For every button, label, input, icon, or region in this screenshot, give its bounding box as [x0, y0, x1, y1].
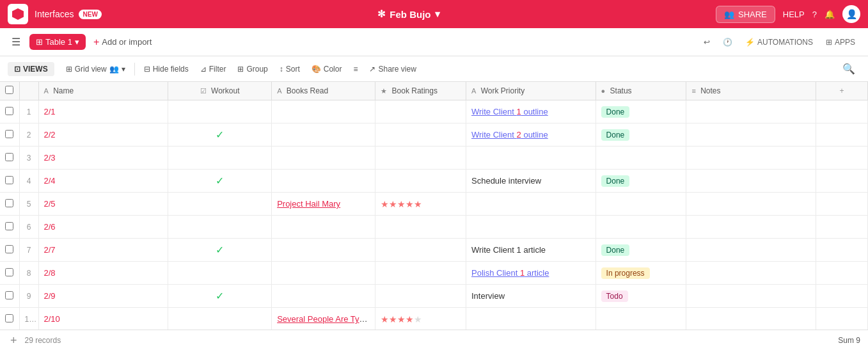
cell-notes[interactable] — [686, 170, 816, 193]
cell-status[interactable] — [596, 216, 686, 239]
cell-name[interactable]: 2/9 — [38, 285, 168, 308]
cell-work-priority[interactable]: Interview — [466, 285, 596, 308]
cell-books-read[interactable] — [272, 239, 375, 262]
cell-work-priority[interactable]: Write Client 2 outline — [466, 123, 596, 147]
cell-status[interactable]: Done — [596, 239, 686, 262]
cell-book-ratings[interactable]: ★★★★★ — [375, 308, 466, 330]
cell-books-read[interactable] — [272, 100, 375, 123]
add-row-button[interactable]: + — [8, 335, 20, 346]
cell-work-priority[interactable]: Polish Client 1 article — [466, 262, 596, 285]
table-selector-button[interactable]: ⊞ Table 1 ▾ — [29, 34, 86, 50]
column-header-status[interactable]: ● Status — [596, 82, 686, 100]
cell-status[interactable]: Done — [596, 123, 686, 147]
views-button[interactable]: ⊡ VIEWS — [8, 62, 54, 76]
row-checkbox[interactable] — [0, 123, 19, 147]
cell-workout[interactable] — [168, 308, 272, 330]
row-checkbox[interactable] — [0, 147, 19, 170]
column-header-work-priority[interactable]: A Work Priority — [466, 82, 596, 100]
share-button[interactable]: 👥 SHARE — [716, 6, 775, 23]
cell-work-priority[interactable]: Write Client 1 outline — [466, 100, 596, 123]
name-link[interactable]: 2/5 — [44, 199, 56, 209]
cell-name[interactable]: 2/1 — [38, 100, 168, 123]
app-logo[interactable] — [8, 4, 28, 24]
name-link[interactable]: 2/1 — [44, 107, 56, 116]
cell-name[interactable]: 2/4 — [38, 170, 168, 193]
row-checkbox[interactable] — [0, 262, 19, 285]
name-link[interactable]: 2/6 — [44, 222, 56, 232]
cell-status[interactable] — [596, 308, 686, 330]
name-link[interactable]: 2/4 — [44, 176, 56, 186]
cell-workout[interactable] — [168, 193, 272, 216]
work-priority-link[interactable]: Write Client 1 outline — [471, 107, 548, 116]
undo-button[interactable]: ↩ — [698, 35, 715, 50]
cell-name[interactable]: 2/10 — [38, 308, 168, 330]
notifications-icon[interactable]: 🔔 — [825, 10, 835, 19]
cell-notes[interactable] — [686, 285, 816, 308]
cell-books-read[interactable] — [272, 285, 375, 308]
help-button[interactable]: HELP — [783, 10, 805, 19]
cell-book-ratings[interactable] — [375, 147, 466, 170]
select-all-checkbox-header[interactable] — [0, 82, 19, 100]
cell-books-read[interactable] — [272, 262, 375, 285]
history-button[interactable]: 🕐 — [718, 35, 738, 50]
cell-books-read[interactable] — [272, 123, 375, 147]
cell-status[interactable] — [596, 193, 686, 216]
column-header-workout[interactable]: ☑ Workout — [168, 82, 272, 100]
row-checkbox[interactable] — [0, 100, 19, 123]
column-header-name[interactable]: A Name — [38, 82, 168, 100]
cell-status[interactable]: Done — [596, 170, 686, 193]
cell-name[interactable]: 2/7 — [38, 239, 168, 262]
hide-fields-button[interactable]: ⊟ Hide fields — [139, 62, 194, 76]
cell-name[interactable]: 2/2 — [38, 123, 168, 147]
interfaces-label[interactable]: Interfaces — [35, 9, 74, 19]
row-checkbox[interactable] — [0, 170, 19, 193]
cell-workout[interactable] — [168, 147, 272, 170]
cell-workout[interactable] — [168, 262, 272, 285]
cell-workout[interactable] — [168, 100, 272, 123]
cell-notes[interactable] — [686, 193, 816, 216]
row-checkbox[interactable] — [0, 216, 19, 239]
cell-book-ratings[interactable] — [375, 216, 466, 239]
column-header-book-ratings[interactable]: ★ Book Ratings — [375, 82, 466, 100]
sort-button[interactable]: ↕ Sort — [274, 62, 305, 76]
cell-book-ratings[interactable]: ★★★★★ — [375, 193, 466, 216]
add-column-button[interactable]: + — [816, 82, 867, 100]
work-priority-link[interactable]: Polish Client 1 article — [471, 268, 549, 278]
share-view-button[interactable]: ↗ Share view — [364, 62, 421, 76]
cell-work-priority[interactable] — [466, 193, 596, 216]
row-checkbox[interactable] — [0, 239, 19, 262]
cell-book-ratings[interactable] — [375, 285, 466, 308]
filter-button[interactable]: ⊿ Filter — [195, 62, 232, 76]
avatar[interactable]: 👤 — [842, 5, 860, 23]
row-checkbox[interactable] — [0, 193, 19, 216]
cell-book-ratings[interactable] — [375, 100, 466, 123]
cell-work-priority[interactable] — [466, 216, 596, 239]
row-checkbox[interactable] — [0, 308, 19, 330]
cell-books-read[interactable] — [272, 170, 375, 193]
cell-book-ratings[interactable] — [375, 262, 466, 285]
name-link[interactable]: 2/9 — [44, 291, 56, 301]
cell-workout[interactable]: ✓ — [168, 239, 272, 262]
apps-button[interactable]: ⊞ APPS — [821, 35, 860, 50]
name-link[interactable]: 2/3 — [44, 153, 56, 163]
cell-status[interactable]: In progress — [596, 262, 686, 285]
name-link[interactable]: 2/2 — [44, 130, 56, 139]
name-link[interactable]: 2/8 — [44, 268, 56, 278]
page-title[interactable]: ✻ Feb Bujo ▾ — [377, 8, 439, 20]
cell-workout[interactable]: ✓ — [168, 170, 272, 193]
column-header-notes[interactable]: ≡ Notes — [686, 82, 816, 100]
cell-notes[interactable] — [686, 216, 816, 239]
cell-notes[interactable] — [686, 262, 816, 285]
color-button[interactable]: 🎨 Color — [306, 62, 347, 76]
column-header-books-read[interactable]: A Books Read — [272, 82, 375, 100]
cell-work-priority[interactable] — [466, 147, 596, 170]
row-checkbox[interactable] — [0, 285, 19, 308]
cell-name[interactable]: 2/8 — [38, 262, 168, 285]
cell-books-read[interactable] — [272, 147, 375, 170]
cell-workout[interactable]: ✓ — [168, 123, 272, 147]
cell-work-priority[interactable]: Write Client 1 article — [466, 239, 596, 262]
cell-book-ratings[interactable] — [375, 170, 466, 193]
cell-work-priority[interactable]: Schedule interview — [466, 170, 596, 193]
work-priority-link[interactable]: Write Client 2 outline — [471, 130, 548, 139]
cell-books-read[interactable]: Project Hail Mary — [272, 193, 375, 216]
